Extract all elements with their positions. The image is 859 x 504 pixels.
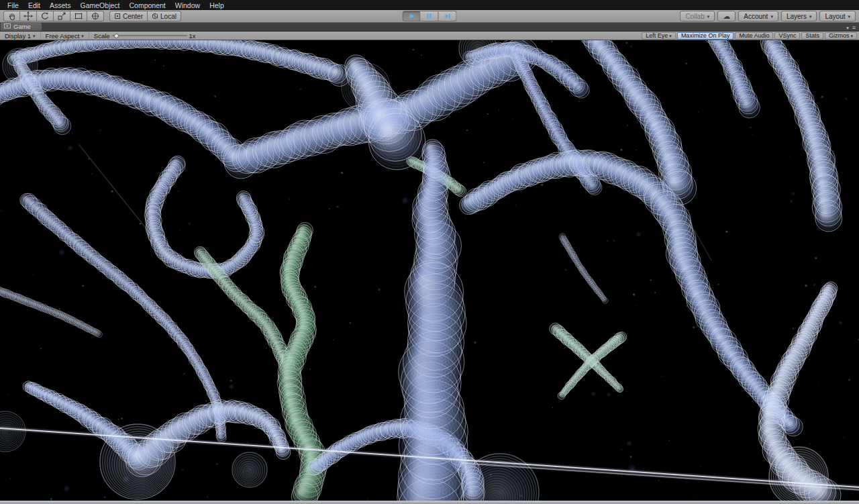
- scale-slider-knob[interactable]: [114, 34, 119, 38]
- layers-button[interactable]: Layers ▾: [781, 11, 817, 21]
- scale-value: 1x: [189, 32, 196, 40]
- unity-editor-window: File Edit Assets GameObject Component Wi…: [0, 0, 859, 504]
- transform-icon: [91, 11, 100, 21]
- mute-audio-toggle[interactable]: Mute Audio: [735, 32, 773, 40]
- menu-item-window[interactable]: Window: [170, 1, 205, 9]
- menu-item-component[interactable]: Component: [124, 1, 170, 9]
- aspect-ratio-dropdown[interactable]: Free Aspect ▾: [41, 32, 89, 40]
- chevron-down-icon: ▾: [770, 14, 773, 19]
- chevron-down-icon: ▾: [669, 34, 672, 38]
- gizmos-label: Gizmos: [829, 32, 850, 39]
- chevron-down-icon: ▾: [81, 34, 84, 38]
- move-tool-button[interactable]: [20, 11, 37, 21]
- pivot-local-icon: [152, 13, 158, 19]
- left-eye-label: Left Eye: [646, 32, 668, 39]
- menu-bar: File Edit Assets GameObject Component Wi…: [0, 0, 859, 10]
- play-icon: [407, 12, 415, 20]
- hand-tool-button[interactable]: [3, 11, 20, 21]
- cloud-button[interactable]: ☁: [717, 11, 736, 21]
- chevron-down-icon: ▾: [850, 34, 853, 38]
- tab-bar-right-controls: ▾ ≡: [843, 24, 859, 31]
- game-view-icon: [4, 23, 11, 30]
- pivot-local-button[interactable]: Local: [148, 11, 181, 21]
- layout-button[interactable]: Layout ▾: [819, 11, 856, 21]
- game-viewport-canvas[interactable]: [0, 40, 859, 501]
- account-button[interactable]: Account ▾: [738, 11, 778, 21]
- scale-slider[interactable]: [112, 33, 187, 39]
- maximize-on-play-toggle[interactable]: Maximize On Play: [677, 32, 734, 40]
- layers-label: Layers: [787, 13, 807, 20]
- collab-button[interactable]: Collab ▾: [680, 11, 715, 21]
- cloud-icon: ☁: [723, 13, 730, 20]
- menu-item-assets[interactable]: Assets: [45, 1, 76, 9]
- step-icon: [444, 12, 452, 20]
- game-view-toolbar: Display 1 ▾ Free Aspect ▾ Scale 1x Left …: [0, 32, 859, 40]
- display-dropdown-label: Display 1: [5, 32, 31, 40]
- vsync-label: VSync: [778, 32, 796, 39]
- hand-icon: [7, 11, 17, 21]
- scale-tool-button[interactable]: [54, 11, 70, 21]
- maximize-on-play-label: Maximize On Play: [681, 32, 730, 39]
- gizmos-dropdown[interactable]: Gizmos ▾: [825, 32, 857, 40]
- play-controls: [403, 11, 457, 21]
- pause-button[interactable]: [421, 11, 439, 21]
- move-icon: [23, 11, 33, 21]
- rotate-icon: [40, 11, 50, 21]
- stats-toggle[interactable]: Stats: [801, 32, 823, 40]
- main-toolbar: Center Local: [0, 10, 859, 23]
- display-dropdown[interactable]: Display 1 ▾: [0, 32, 41, 40]
- left-eye-dropdown[interactable]: Left Eye ▾: [642, 32, 676, 40]
- pivot-center-button[interactable]: Center: [109, 11, 148, 21]
- mute-audio-label: Mute Audio: [739, 32, 769, 39]
- game-viewport: [0, 40, 859, 501]
- chevron-down-icon: ▾: [848, 14, 850, 19]
- aspect-dropdown-label: Free Aspect: [46, 32, 80, 40]
- step-button[interactable]: [439, 11, 457, 21]
- chevron-down-icon: ▾: [33, 34, 36, 38]
- pivot-center-icon: [114, 13, 121, 19]
- pivot-local-label: Local: [160, 13, 176, 20]
- vsync-toggle[interactable]: VSync: [774, 32, 800, 40]
- transform-tool-button[interactable]: [87, 11, 104, 21]
- stats-label: Stats: [805, 32, 819, 39]
- chevron-down-icon: ▾: [707, 14, 710, 19]
- menu-item-gameobject[interactable]: GameObject: [76, 1, 125, 9]
- menu-item-edit[interactable]: Edit: [23, 1, 45, 9]
- scale-slider-track: [112, 35, 187, 36]
- rect-tool-icon: [74, 11, 83, 21]
- game-view-right-toggles: Left Eye ▾ Maximize On Play Mute Audio V…: [642, 32, 859, 40]
- pivot-center-label: Center: [123, 13, 143, 20]
- rect-tool-button[interactable]: [70, 11, 87, 21]
- tab-game[interactable]: Game: [1, 22, 42, 31]
- tab-menu-icon[interactable]: ≡: [852, 24, 856, 31]
- menu-item-help[interactable]: Help: [205, 1, 229, 9]
- view-tab-bar: Game ▾ ≡: [0, 23, 859, 32]
- layout-label: Layout: [825, 13, 845, 20]
- collab-label: Collab: [685, 13, 704, 20]
- tab-game-label: Game: [13, 23, 31, 30]
- chevron-down-icon: ▾: [809, 14, 812, 19]
- scale-icon: [57, 11, 66, 21]
- account-label: Account: [744, 13, 768, 20]
- scale-control: Scale 1x: [89, 32, 201, 40]
- scale-label: Scale: [94, 32, 110, 40]
- rotate-tool-button[interactable]: [37, 11, 54, 21]
- pivot-toggle-group: Center Local: [109, 11, 181, 21]
- window-bottom-edge: [0, 501, 859, 504]
- play-button[interactable]: [403, 11, 421, 21]
- toolbar-right-group: Collab ▾ ☁ Account ▾ Layers ▾ Layout ▾: [680, 11, 856, 21]
- transform-tools-group: [3, 11, 104, 21]
- chevron-down-icon[interactable]: ▾: [846, 26, 849, 30]
- menu-item-file[interactable]: File: [3, 1, 23, 9]
- pause-icon: [425, 12, 434, 20]
